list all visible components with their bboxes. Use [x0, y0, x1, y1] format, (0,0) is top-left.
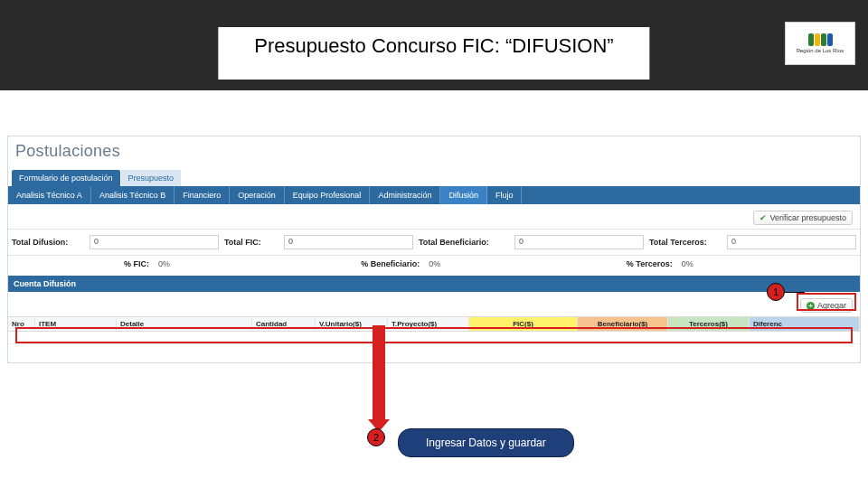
subtab-operacion[interactable]: Operación	[230, 186, 285, 204]
col-detalle: Detalle	[117, 317, 252, 331]
val-total-terc: 0	[727, 235, 856, 249]
callout-1: 1	[767, 283, 785, 301]
sub-tabs: Analisis Técnico A Analisis Técnico B Fi…	[8, 186, 860, 204]
col-fic: FIC($)	[469, 317, 578, 331]
logo-glyph	[808, 33, 833, 46]
title-cutout: Presupuesto Concurso FIC: “DIFUSION”	[218, 27, 649, 80]
lbl-total-benef: Total Beneficiario:	[419, 238, 509, 247]
subtab-flujo[interactable]: Flujo	[487, 186, 523, 204]
table-row	[8, 332, 860, 344]
val-total-fic: 0	[284, 235, 413, 249]
verify-button[interactable]: Verificar presupuesto	[753, 211, 853, 225]
table-header: Nro ITEM Detalle Cantidad V.Unitario($) …	[8, 316, 860, 332]
lbl-total-difusion: Total Difusion:	[12, 238, 84, 247]
app-screenshot: Postulaciones Formulario de postulación …	[7, 136, 861, 363]
add-button[interactable]: Agregar	[800, 298, 853, 313]
col-nro: Nro	[8, 317, 35, 331]
main-tabs: Formulario de postulación Presupuesto	[8, 170, 860, 186]
action-ingresar-guardar: Ingresar Datos y guardar	[398, 428, 574, 457]
callout-2: 2	[367, 428, 385, 446]
band-title: Cuenta Difusión	[8, 276, 860, 292]
slide-header: Presupuesto Concurso FIC: “DIFUSION” Reg…	[0, 0, 868, 90]
region-logo: Región de Los Ríos	[785, 22, 855, 65]
percent-row: % FIC: 0% % Beneficiario: 0% % Terceros:…	[8, 256, 860, 276]
totals-row: Total Difusion: 0 Total FIC: 0 Total Ben…	[8, 230, 860, 256]
tab-formulario[interactable]: Formulario de postulación	[12, 170, 120, 186]
lbl-pct-terc: % Terceros:	[609, 259, 673, 268]
val-pct-fic: 0%	[155, 259, 333, 268]
subtab-equipo[interactable]: Equipo Profesional	[285, 186, 371, 204]
col-tproyecto: T.Proyecto($)	[388, 317, 469, 331]
val-pct-benef: 0%	[425, 259, 603, 268]
lbl-pct-benef: % Beneficiario:	[338, 259, 420, 268]
col-terceros: Terceros($)	[668, 317, 750, 331]
tab-presupuesto[interactable]: Presupuesto	[121, 170, 182, 186]
val-total-difusion: 0	[90, 235, 219, 249]
subtab-financiero[interactable]: Financiero	[175, 186, 230, 204]
val-pct-terc: 0%	[678, 259, 856, 268]
arrow-to-action	[373, 325, 385, 423]
add-row: Agregar	[8, 292, 860, 316]
subtab-admin[interactable]: Administración	[370, 186, 440, 204]
verify-row: Verificar presupuesto	[8, 204, 860, 230]
subtab-difusion[interactable]: Difusión	[440, 186, 487, 204]
col-item: ITEM	[35, 317, 117, 331]
col-diferencia: Diferenc	[750, 317, 860, 331]
page-title: Presupuesto Concurso FIC: “DIFUSION”	[254, 34, 613, 58]
val-total-benef: 0	[514, 235, 644, 249]
lbl-total-terc: Total Terceros:	[649, 238, 722, 247]
col-benef: Beneficiario($)	[578, 317, 668, 331]
section-title: Postulaciones	[8, 136, 860, 170]
lbl-total-fic: Total FIC:	[224, 238, 278, 247]
lbl-pct-fic: % FIC:	[95, 259, 149, 268]
subtab-analisis-b[interactable]: Analisis Técnico B	[91, 186, 175, 204]
subtab-analisis-a[interactable]: Analisis Técnico A	[8, 186, 91, 204]
connector-1	[785, 292, 805, 293]
logo-caption: Región de Los Ríos	[797, 48, 844, 53]
col-cantidad: Cantidad	[252, 317, 316, 331]
